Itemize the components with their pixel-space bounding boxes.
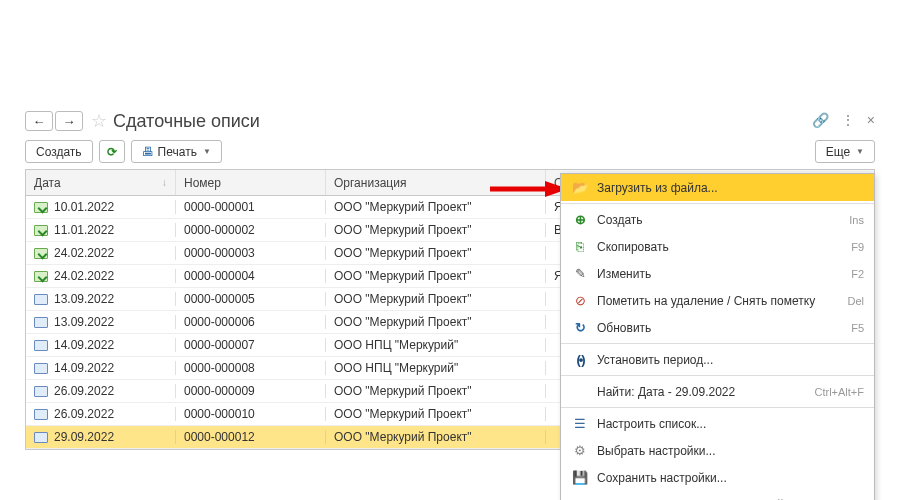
menu-item-save-settings[interactable]: 💾 Сохранить настройки... [561, 464, 874, 491]
cell-org: ООО НПЦ "Меркурий" [326, 338, 546, 352]
print-button[interactable]: 🖶 Печать ▼ [131, 140, 222, 163]
cell-number: 0000-000001 [176, 200, 326, 214]
cell-org: ООО "Меркурий Проект" [326, 315, 546, 329]
create-button[interactable]: Создать [25, 140, 93, 163]
link-icon[interactable]: 🔗 [812, 112, 829, 128]
cell-number: 0000-000004 [176, 269, 326, 283]
create-button-label: Создать [36, 145, 82, 159]
shortcut-label: Ctrl+Alt+F [814, 386, 864, 398]
sort-down-icon: ↓ [162, 177, 167, 188]
cell-org: ООО "Меркурий Проект" [326, 200, 546, 214]
menu-item-label: Найти: Дата - 29.09.2022 [597, 385, 735, 399]
nav-back-button[interactable]: ← [25, 111, 53, 131]
cell-date: 10.01.2022 [26, 200, 176, 214]
printer-icon: 🖶 [142, 145, 154, 159]
refresh-icon: ⟳ [107, 145, 117, 159]
cell-date: 11.01.2022 [26, 223, 176, 237]
menu-item-label: Загрузить из файла... [597, 181, 718, 195]
document-status-icon [34, 409, 48, 420]
close-icon[interactable]: × [867, 112, 875, 128]
more-button-label: Еще [826, 145, 850, 159]
menu-separator [561, 407, 874, 408]
menu-item-create[interactable]: ⊕ Создать Ins [561, 206, 874, 233]
gear-icon: ⚙ [571, 443, 589, 458]
cell-org: ООО "Меркурий Проект" [326, 292, 546, 306]
more-dropdown-menu: 📂 Загрузить из файла... ⊕ Создать Ins ⎘ … [560, 173, 875, 500]
menu-item-choose-settings[interactable]: ⚙ Выбрать настройки... [561, 437, 874, 464]
shortcut-label: F2 [851, 268, 864, 280]
favorite-star-icon[interactable]: ☆ [91, 110, 107, 132]
cell-date: 26.09.2022 [26, 384, 176, 398]
refresh-icon: ↻ [571, 320, 589, 335]
header-right-controls: 🔗 ⋮ × [812, 112, 875, 128]
menu-item-find[interactable]: Найти: Дата - 29.09.2022 Ctrl+Alt+F [561, 378, 874, 405]
shortcut-label: F9 [851, 241, 864, 253]
nav-buttons: ← → [25, 111, 83, 131]
menu-item-set-period[interactable]: (•) Установить период... [561, 346, 874, 373]
menu-item-label: Настроить список... [597, 417, 706, 431]
cell-date: 13.09.2022 [26, 292, 176, 306]
document-status-icon [34, 225, 48, 236]
cell-number: 0000-000002 [176, 223, 326, 237]
page-title: Сдаточные описи [113, 111, 260, 132]
column-header-number[interactable]: Номер [176, 170, 326, 195]
menu-item-configure-list[interactable]: ☰ Настроить список... [561, 410, 874, 437]
menu-item-label: Пометить на удаление / Снять пометку [597, 294, 815, 308]
nav-forward-button[interactable]: → [55, 111, 83, 131]
cell-date: 14.09.2022 [26, 338, 176, 352]
cell-date: 24.02.2022 [26, 246, 176, 260]
menu-item-label: Установить период... [597, 353, 713, 367]
cell-org: ООО НПЦ "Меркурий" [326, 361, 546, 375]
menu-item-refresh[interactable]: ↻ Обновить F5 [561, 314, 874, 341]
refresh-button[interactable]: ⟳ [99, 140, 125, 163]
menu-item-edit[interactable]: ✎ Изменить F2 [561, 260, 874, 287]
menu-item-label: Сохранить настройки... [597, 471, 727, 485]
cell-date: 26.09.2022 [26, 407, 176, 421]
document-status-icon [34, 317, 48, 328]
plus-icon: ⊕ [571, 212, 589, 227]
menu-item-label: Скопировать [597, 240, 669, 254]
menu-item-copy[interactable]: ⎘ Скопировать F9 [561, 233, 874, 260]
menu-item-label: Изменить [597, 267, 651, 281]
cell-date: 29.09.2022 [26, 430, 176, 444]
cell-org: ООО "Меркурий Проект" [326, 430, 546, 444]
shortcut-label: F5 [851, 322, 864, 334]
delete-mark-icon: ⊘ [571, 293, 589, 308]
save-icon: 💾 [571, 470, 589, 485]
pencil-icon: ✎ [571, 266, 589, 281]
copy-icon: ⎘ [571, 239, 589, 254]
menu-item-label: Выбрать настройки... [597, 444, 715, 458]
cell-number: 0000-000009 [176, 384, 326, 398]
column-header-date[interactable]: Дата ↓ [26, 170, 176, 195]
cell-org: ООО "Меркурий Проект" [326, 384, 546, 398]
print-button-label: Печать [158, 145, 197, 159]
column-header-org[interactable]: Организация [326, 170, 546, 195]
more-button[interactable]: Еще ▼ [815, 140, 875, 163]
menu-item-label: Обновить [597, 321, 651, 335]
cell-number: 0000-000005 [176, 292, 326, 306]
menu-separator [561, 375, 874, 376]
cell-org: ООО "Меркурий Проект" [326, 246, 546, 260]
header-bar: ← → ☆ Сдаточные описи 🔗 ⋮ × [25, 110, 875, 132]
more-vertical-icon[interactable]: ⋮ [841, 112, 855, 128]
cell-number: 0000-000007 [176, 338, 326, 352]
cell-org: ООО "Меркурий Проект" [326, 269, 546, 283]
document-status-icon [34, 340, 48, 351]
cell-number: 0000-000006 [176, 315, 326, 329]
menu-separator [561, 343, 874, 344]
menu-item-mark-delete[interactable]: ⊘ Пометить на удаление / Снять пометку D… [561, 287, 874, 314]
cell-date: 14.09.2022 [26, 361, 176, 375]
period-icon: (•) [571, 352, 589, 367]
toolbar: Создать ⟳ 🖶 Печать ▼ Еще ▼ [25, 140, 875, 163]
cell-org: ООО "Меркурий Проект" [326, 223, 546, 237]
shortcut-label: Del [847, 295, 864, 307]
document-status-icon [34, 202, 48, 213]
document-status-icon [34, 386, 48, 397]
cell-date: 13.09.2022 [26, 315, 176, 329]
menu-item-label: Создать [597, 213, 643, 227]
document-status-icon [34, 248, 48, 259]
cell-org: ООО "Меркурий Проект" [326, 407, 546, 421]
menu-item-load-from-file[interactable]: 📂 Загрузить из файла... [561, 174, 874, 201]
chevron-down-icon: ▼ [856, 147, 864, 156]
menu-item-set-default[interactable]: Установить стандартные настройки [561, 491, 874, 500]
